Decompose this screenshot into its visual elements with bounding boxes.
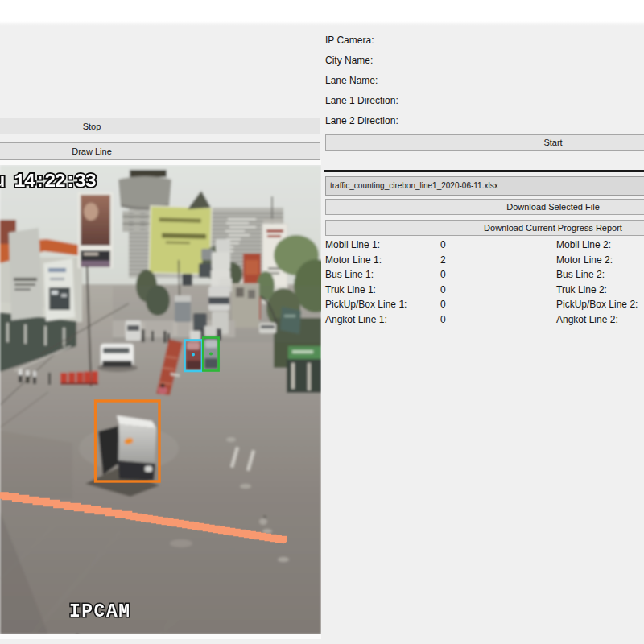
svg-text:IPCAM: IPCAM [69, 601, 131, 622]
svg-text:u 14:22:33: u 14:22:33 [0, 171, 96, 192]
